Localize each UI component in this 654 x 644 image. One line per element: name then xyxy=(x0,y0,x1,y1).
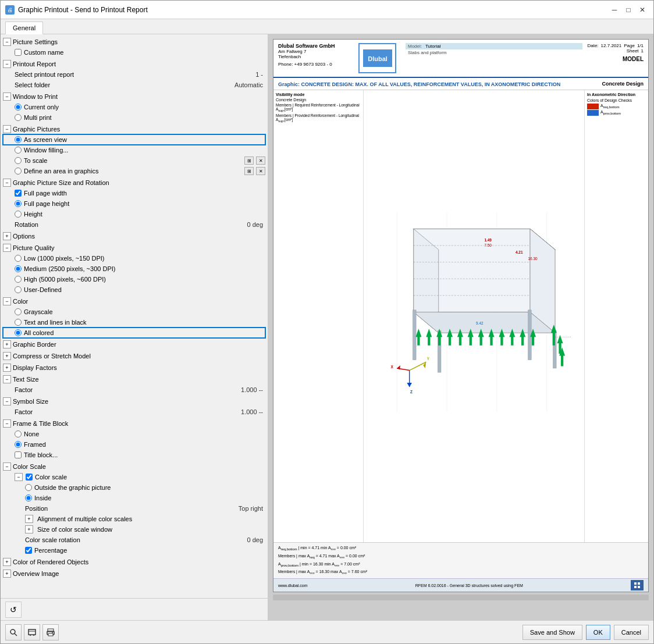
full-page-height-radio[interactable] xyxy=(15,200,22,207)
current-only-radio[interactable] xyxy=(15,104,22,111)
symbol-size-header[interactable]: − Symbol Size xyxy=(3,396,265,407)
define-area-label: Define an area in graphics xyxy=(24,168,98,175)
print-button[interactable] xyxy=(42,624,59,641)
text-factor-row: Factor 1.000 -- xyxy=(3,385,265,395)
all-colored-radio[interactable] xyxy=(15,329,22,336)
percentage-checkbox[interactable] xyxy=(25,547,32,554)
all-colored-row[interactable]: All colored xyxy=(3,328,265,338)
framed-radio[interactable] xyxy=(15,441,22,448)
graphic-pictures-header[interactable]: − Graphic Pictures xyxy=(3,124,265,134)
define-btn2[interactable]: ✕ xyxy=(256,167,265,175)
navigate-button[interactable] xyxy=(24,624,40,641)
to-scale-radio[interactable] xyxy=(15,157,22,164)
current-only-label: Current only xyxy=(24,104,59,111)
color-rendered-expander[interactable]: + xyxy=(3,558,11,566)
alignment-row[interactable]: + Alignment of multiple color scales xyxy=(3,514,265,524)
low-dpi-label: Low (1000 pixels, ~150 DPI) xyxy=(24,255,105,262)
date-row: Date: 12.7.2021 Page 1/1 xyxy=(587,43,644,48)
text-size-header[interactable]: − Text Size xyxy=(3,374,265,385)
date-info: Date: 12.7.2021 Page 1/1 Sheet 1 MODEL xyxy=(587,43,644,62)
percentage-label: Percentage xyxy=(34,547,67,554)
compress-stretch-header[interactable]: + Compress or Stretch Model xyxy=(3,351,265,361)
size-expander[interactable]: + xyxy=(25,525,33,533)
options-header[interactable]: + Options xyxy=(3,231,265,241)
custom-name-label: Custom name xyxy=(24,49,63,56)
define-btn1[interactable]: ⊞ xyxy=(244,167,254,175)
minimize-button[interactable]: ─ xyxy=(608,3,621,16)
color-scale-sub-header[interactable]: − Color scale xyxy=(3,472,265,482)
alignment-expander[interactable]: + xyxy=(25,515,33,523)
legend-title: In Axonometric Direction xyxy=(587,92,646,97)
ok-button[interactable]: OK xyxy=(586,625,610,640)
color-scale-sub-expander[interactable]: − xyxy=(15,473,23,481)
color-scale-checkbox[interactable] xyxy=(26,474,33,481)
none-radio[interactable] xyxy=(15,430,22,437)
display-factors-header[interactable]: + Display Factors xyxy=(3,362,265,373)
color-scale-header[interactable]: − Color Scale xyxy=(3,461,265,472)
preview-area: Dlubal Software GmbH Am Fallweg 7 Tiefen… xyxy=(268,34,653,620)
picture-size-header[interactable]: − Graphic Picture Size and Rotation xyxy=(3,177,265,188)
scale-btn2[interactable]: ✕ xyxy=(256,156,265,165)
as-screen-view-row[interactable]: As screen view xyxy=(3,134,265,145)
color-expander[interactable]: − xyxy=(3,297,11,305)
compress-stretch-expander[interactable]: + xyxy=(3,352,11,360)
graphic-border-expander[interactable]: + xyxy=(3,340,11,348)
preview-scrollbar[interactable] xyxy=(273,595,649,600)
low-dpi-radio[interactable] xyxy=(15,255,22,262)
height-radio[interactable] xyxy=(15,211,22,218)
size-row[interactable]: + Size of color scale window xyxy=(3,524,265,535)
structure-svg: 1.49 7.50 4.21 16.30 9.42 xyxy=(364,90,584,542)
search-button[interactable] xyxy=(5,624,22,641)
picture-settings-expander[interactable]: − xyxy=(3,38,11,46)
graphic-border-header[interactable]: + Graphic Border xyxy=(3,339,265,350)
graphic-pictures-expander[interactable]: − xyxy=(3,125,11,133)
color-scale-expander[interactable]: − xyxy=(3,462,11,471)
overview-image-header[interactable]: + Overview Image xyxy=(3,568,265,579)
preview-content: Visibility mode Concrete Design Members … xyxy=(273,90,648,542)
window-filling-radio[interactable] xyxy=(15,147,22,154)
define-area-radio[interactable] xyxy=(15,168,22,175)
printout-report-header[interactable]: − Printout Report xyxy=(3,59,265,69)
window-to-print-header[interactable]: − Window to Print xyxy=(3,91,265,102)
svg-point-45 xyxy=(52,632,53,633)
window-to-print-expander[interactable]: − xyxy=(3,92,11,101)
save-show-button[interactable]: Save and Show xyxy=(523,625,582,640)
picture-quality-header[interactable]: − Picture Quality xyxy=(3,243,265,253)
custom-name-checkbox[interactable] xyxy=(15,49,22,56)
display-factors-expander[interactable]: + xyxy=(3,364,11,372)
title-block-checkbox[interactable] xyxy=(15,451,22,458)
high-dpi-row: High (5000 pixels, ~600 DPI) xyxy=(3,274,265,284)
options-expander[interactable]: + xyxy=(3,232,11,240)
text-lines-black-radio[interactable] xyxy=(15,319,22,326)
val-1-49: 1.49 xyxy=(484,238,492,242)
maximize-button[interactable]: □ xyxy=(622,3,635,16)
refresh-button[interactable]: ↺ xyxy=(5,602,22,618)
multi-print-radio[interactable] xyxy=(15,114,22,121)
frame-title-header[interactable]: − Frame & Title Block xyxy=(3,418,265,429)
picture-settings-header[interactable]: − Picture Settings xyxy=(3,37,265,47)
printout-report-expander[interactable]: − xyxy=(3,60,11,68)
color-header[interactable]: − Color xyxy=(3,296,265,307)
close-button[interactable]: ✕ xyxy=(636,3,649,16)
as-screen-view-radio[interactable] xyxy=(15,136,22,143)
inside-radio[interactable] xyxy=(25,494,32,501)
overview-image-expander[interactable]: + xyxy=(3,570,11,578)
cancel-button[interactable]: Cancel xyxy=(614,625,649,640)
medium-dpi-radio[interactable] xyxy=(15,265,22,272)
frame-title-expander[interactable]: − xyxy=(3,419,11,428)
full-page-width-checkbox[interactable] xyxy=(15,190,22,197)
picture-size-expander[interactable]: − xyxy=(3,179,11,187)
scale-btn1[interactable]: ⊞ xyxy=(244,156,254,165)
picture-quality-expander[interactable]: − xyxy=(3,244,11,252)
symbol-size-expander[interactable]: − xyxy=(3,397,11,405)
color-rendered-header[interactable]: + Color of Rendered Objects xyxy=(3,557,265,567)
user-defined-radio[interactable] xyxy=(15,286,22,293)
outside-graphic-radio[interactable] xyxy=(25,484,32,491)
high-dpi-radio[interactable] xyxy=(15,276,22,283)
grayscale-radio[interactable] xyxy=(15,308,22,315)
text-size-expander[interactable]: − xyxy=(3,375,11,383)
date-label: Date: xyxy=(587,43,598,48)
text-lines-black-label: Text and lines in black xyxy=(24,319,87,326)
tab-general[interactable]: General xyxy=(5,22,43,34)
full-page-width-row: Full page width xyxy=(3,188,265,198)
